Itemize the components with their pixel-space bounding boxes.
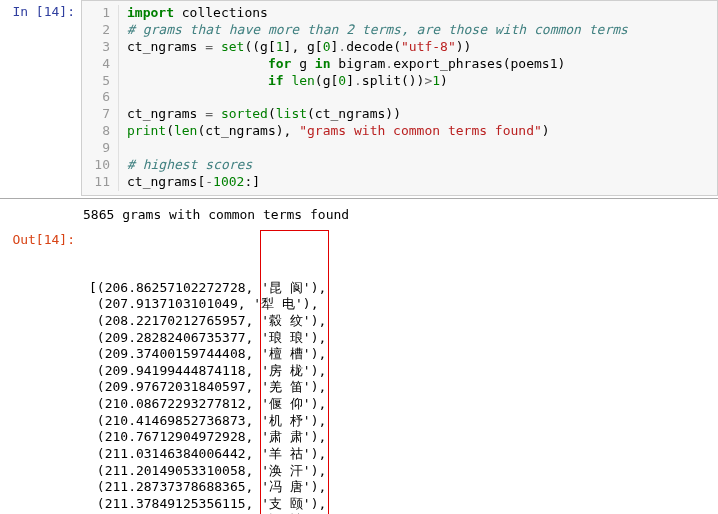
code-source[interactable]: # grams that have more than 2 terms, are… <box>119 22 628 39</box>
line-number: 2 <box>82 22 119 39</box>
code-source[interactable]: for g in bigram.export_phrases(poems1) <box>119 56 565 73</box>
code-line[interactable]: 9 <box>82 140 717 157</box>
line-number: 8 <box>82 123 119 140</box>
code-line[interactable]: 2# grams that have more than 2 terms, ar… <box>82 22 717 39</box>
code-line[interactable]: 3ct_ngrams = set((g[1], g[0].decode("utf… <box>82 39 717 56</box>
line-number: 5 <box>82 73 119 90</box>
code-source[interactable] <box>119 89 127 106</box>
input-prompt: In [14]: <box>0 0 81 23</box>
code-line[interactable]: 8print(len(ct_ngrams), "grams with commo… <box>82 123 717 140</box>
code-line[interactable]: 6 <box>82 89 717 106</box>
code-source[interactable]: # highest scores <box>119 157 252 174</box>
line-number: 11 <box>82 174 119 191</box>
output-cell: Out[14]: [(206.86257102272728, '昆 阆'), (… <box>0 228 718 514</box>
code-source[interactable]: if len(g[0].split())>1) <box>119 73 448 90</box>
line-number: 10 <box>82 157 119 174</box>
execute-result: [(206.86257102272728, '昆 阆'), (207.91371… <box>81 228 718 514</box>
code-line[interactable]: 5 if len(g[0].split())>1) <box>82 73 717 90</box>
code-source[interactable]: ct_ngrams[-1002:] <box>119 174 260 191</box>
line-number: 4 <box>82 56 119 73</box>
code-line[interactable]: 4 for g in bigram.export_phrases(poems1) <box>82 56 717 73</box>
line-number: 3 <box>82 39 119 56</box>
result-text: [(206.86257102272728, '昆 阆'), (207.91371… <box>89 280 718 514</box>
code-line[interactable]: 1import collections <box>82 5 717 22</box>
code-editor[interactable]: 1import collections2# grams that have mo… <box>81 0 718 196</box>
output-prompt: Out[14]: <box>0 228 81 251</box>
code-source[interactable]: ct_ngrams = set((g[1], g[0].decode("utf-… <box>119 39 471 56</box>
line-number: 7 <box>82 106 119 123</box>
line-number: 6 <box>82 89 119 106</box>
input-cell: In [14]: 1import collections2# grams tha… <box>0 0 718 196</box>
code-source[interactable]: import collections <box>119 5 268 22</box>
code-source[interactable]: ct_ngrams = sorted(list(ct_ngrams)) <box>119 106 401 123</box>
code-source[interactable] <box>119 140 127 157</box>
line-number: 1 <box>82 5 119 22</box>
code-line[interactable]: 7ct_ngrams = sorted(list(ct_ngrams)) <box>82 106 717 123</box>
line-number: 9 <box>82 140 119 157</box>
code-line[interactable]: 10# highest scores <box>82 157 717 174</box>
code-source[interactable]: print(len(ct_ngrams), "grams with common… <box>119 123 550 140</box>
cell-divider <box>0 198 718 199</box>
stdout-output: 5865 grams with common terms found <box>75 201 718 228</box>
code-line[interactable]: 11ct_ngrams[-1002:] <box>82 174 717 191</box>
